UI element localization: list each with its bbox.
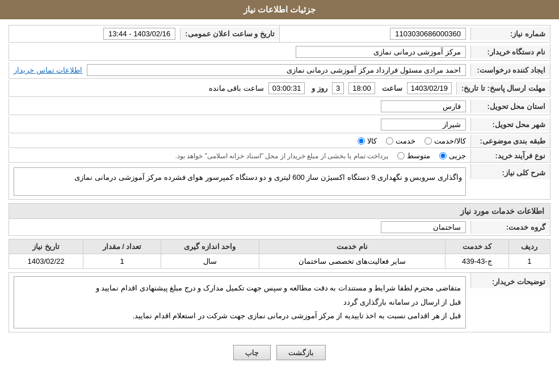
- back-button[interactable]: بازگشت: [276, 345, 326, 360]
- city-label: شهر محل تحویل:: [470, 118, 550, 131]
- city-input: شیراز: [381, 119, 466, 130]
- response-days-label: روز و: [312, 84, 327, 92]
- col-header-date: تاریخ نیاز: [9, 239, 83, 254]
- announcement-date-value: 1403/02/16 - 13:44: [9, 26, 180, 42]
- creator-label: ایجاد کننده درخواست:: [470, 64, 550, 77]
- table-row: 1 ج-43-439 سایر فعالیت‌های تخصصی ساختمان…: [9, 254, 550, 269]
- response-remaining: 03:00:31: [268, 82, 305, 94]
- need-number-label: شماره نیاز:: [470, 27, 550, 40]
- creator-text: احمد مرادی مسئول فرارداد مرکز آموزشی درم…: [87, 64, 466, 76]
- services-table: ردیف کد خدمت نام خدمت واحد اندازه گیری ت…: [9, 239, 550, 269]
- category-row: کالا/خدمت خدمت کالا: [9, 134, 470, 147]
- response-deadline-label: مهلت ارسال پاسخ: تا تاریخ:: [456, 82, 550, 95]
- need-number-input: 1103030686000360: [390, 28, 466, 40]
- purchase-type-note: پرداخت تمام یا بخشی از مبلغ خریدار از مح…: [175, 152, 388, 160]
- category-option-kala-khedmat: کالا/خدمت: [424, 137, 466, 145]
- province-input: فارس: [381, 100, 466, 112]
- buyer-notes-line1: متقاضی محترم لطفا شرایط و مستندات به دقت…: [19, 281, 461, 296]
- general-desc-value: واگذاری سرویس و نگهداری 9 دستگاه اکسیژن …: [9, 164, 470, 199]
- response-time-label: ساعت: [382, 84, 402, 92]
- category-option-kala: کالا: [358, 137, 377, 145]
- purchase-type-motavaset: متوسط: [397, 151, 430, 160]
- purchase-type-label: نوع فرآیند خرید:: [470, 149, 550, 162]
- col-header-unit: واحد اندازه گیری: [161, 239, 259, 254]
- response-time: 18:00: [348, 82, 375, 94]
- col-header-row: ردیف: [508, 239, 550, 254]
- response-date: 1403/02/19: [407, 82, 452, 94]
- purchase-type-jozii: جزیی: [439, 151, 466, 160]
- button-row: بازگشت چاپ: [9, 338, 550, 367]
- cell-row-num: 1: [508, 254, 550, 269]
- city-value: شیراز: [9, 116, 470, 133]
- buyer-notes-text: متقاضی محترم لطفا شرایط و مستندات به دقت…: [14, 276, 466, 328]
- service-group-value: ساختمان: [9, 219, 470, 235]
- announcement-date-label: تاریخ و ساعت اعلان عمومی:: [180, 27, 279, 40]
- service-info-title: اطلاعات خدمات مورد نیاز: [9, 203, 550, 218]
- announcement-date-input: 1403/02/16 - 13:44: [103, 28, 175, 40]
- buyer-org-input: مرکز آموزشی درمانی نمازی: [296, 46, 466, 58]
- response-remaining-label: ساعت باقی مانده: [209, 84, 264, 92]
- need-number-value: 1103030686000360: [280, 26, 470, 42]
- col-header-service-name: نام خدمت: [259, 239, 445, 254]
- category-option-khedmat: خدمت: [386, 137, 415, 145]
- cell-unit: سال: [161, 254, 259, 269]
- buyer-notes-value: متقاضی محترم لطفا شرایط و مستندات به دقت…: [9, 273, 470, 332]
- general-desc-text: واگذاری سرویس و نگهداری 9 دستگاه اکسیژن …: [14, 167, 466, 196]
- col-header-quantity: تعداد / مقدار: [83, 239, 161, 254]
- contact-info-link[interactable]: اطلاعات تماس خریدار: [14, 66, 82, 74]
- buyer-org-value: مرکز آموزشی درمانی نمازی: [9, 44, 470, 60]
- response-deadline-row: 1403/02/19 ساعت 18:00 3 روز و 03:00:31 س…: [9, 80, 456, 96]
- creator-value: احمد مرادی مسئول فرارداد مرکز آموزشی درم…: [9, 62, 470, 78]
- buyer-notes-line2: قبل از ارسال در سامانه بارگذاری گردد: [19, 296, 461, 310]
- page-title: جزئیات اطلاعات نیاز: [243, 5, 316, 14]
- cell-service-name: سایر فعالیت‌های تخصصی ساختمان: [259, 254, 445, 269]
- response-days: 3: [332, 82, 344, 94]
- cell-service-code: ج-43-439: [445, 254, 508, 269]
- buyer-org-label: نام دستگاه خریدار:: [470, 45, 550, 58]
- col-header-service-code: کد خدمت: [445, 239, 508, 254]
- cell-quantity: 1: [83, 254, 161, 269]
- general-desc-label: شرح کلی نیاز:: [470, 164, 550, 179]
- page-header: جزئیات اطلاعات نیاز: [0, 0, 559, 19]
- cell-date: 1403/02/22: [9, 254, 83, 269]
- print-button[interactable]: چاپ: [233, 345, 271, 360]
- buyer-notes-line3: قبل از هر اقدامی نسبت به اخذ تاییدیه از …: [19, 309, 461, 323]
- buyer-notes-label: توضیحات خریدار:: [470, 273, 550, 288]
- province-label: استان محل تحویل:: [470, 100, 550, 113]
- province-value: فارس: [9, 98, 470, 115]
- service-group-input: ساختمان: [381, 221, 466, 233]
- category-label: طبقه بندی موضوعی:: [470, 134, 550, 147]
- service-group-label: گروه خدمت:: [470, 221, 550, 234]
- purchase-type-row: جزیی متوسط پرداخت تمام یا بخشی از مبلغ خ…: [9, 149, 470, 162]
